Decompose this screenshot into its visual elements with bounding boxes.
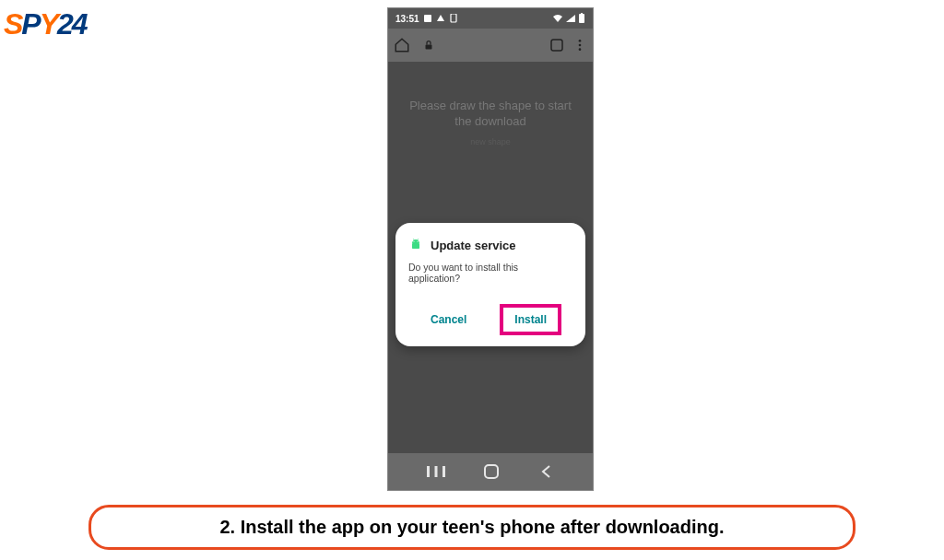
heading-line-1: Please draw the shape to start: [409, 99, 572, 114]
svg-line-13: [418, 239, 419, 239]
status-bar: 13:51: [388, 8, 593, 29]
svg-rect-3: [581, 13, 583, 14]
svg-rect-4: [426, 45, 432, 50]
address-bar[interactable]: [418, 40, 541, 51]
dialog-actions: Cancel Install: [408, 304, 572, 335]
svg-point-6: [579, 40, 582, 42]
svg-point-11: [417, 241, 418, 242]
back-button[interactable]: [538, 463, 555, 480]
cancel-button[interactable]: Cancel: [419, 308, 478, 332]
status-notification-icon: [449, 14, 458, 23]
svg-rect-17: [485, 465, 498, 478]
home-button[interactable]: [483, 463, 500, 480]
install-dialog: Update service Do you want to install th…: [395, 223, 585, 346]
wifi-icon: [552, 14, 563, 23]
logo-number: 24: [57, 7, 87, 41]
new-shape-link: new shape: [470, 137, 511, 146]
install-highlight-box: Install: [500, 304, 561, 335]
menu-icon[interactable]: [572, 38, 587, 52]
page-heading: Please draw the shape to start the downl…: [398, 99, 583, 130]
browser-bar: [388, 29, 593, 62]
svg-line-12: [413, 239, 414, 239]
svg-rect-2: [579, 14, 584, 23]
instruction-caption: 2. Install the app on your teen's phone …: [88, 505, 856, 550]
status-right: [552, 13, 585, 24]
dialog-message: Do you want to install this application?: [408, 262, 572, 284]
caption-text: 2. Install the app on your teen's phone …: [219, 517, 724, 537]
navigation-bar: [388, 453, 593, 490]
logo-letter-y: Y: [40, 7, 57, 41]
status-left: 13:51: [395, 14, 458, 24]
logo-letter-p: P: [21, 7, 39, 41]
phone-frame: 13:51 Please draw the shape to start the…: [387, 7, 594, 491]
svg-point-7: [579, 44, 582, 47]
svg-rect-1: [451, 14, 456, 22]
spy24-logo: SPY24: [4, 7, 87, 41]
heading-line-2: the download: [409, 114, 572, 130]
dialog-header: Update service: [408, 238, 572, 252]
page-content: Please draw the shape to start the downl…: [388, 62, 593, 453]
tabs-icon[interactable]: [549, 37, 565, 53]
svg-rect-9: [412, 243, 419, 249]
status-time: 13:51: [395, 14, 419, 24]
android-icon: [408, 238, 423, 252]
lock-icon: [423, 40, 434, 51]
svg-rect-15: [434, 466, 437, 477]
status-warning-icon: [436, 14, 445, 23]
svg-point-8: [579, 48, 582, 51]
battery-icon: [578, 13, 585, 24]
home-icon[interactable]: [394, 37, 410, 53]
svg-rect-14: [427, 466, 430, 477]
status-app-icon: [423, 14, 432, 23]
svg-rect-5: [551, 40, 562, 51]
recent-apps-button[interactable]: [427, 464, 445, 479]
svg-point-10: [413, 241, 414, 242]
dialog-title: Update service: [431, 239, 516, 252]
logo-letter-s: S: [4, 7, 21, 41]
svg-rect-0: [424, 15, 431, 22]
signal-icon: [565, 14, 576, 23]
install-button[interactable]: Install: [503, 308, 558, 332]
svg-rect-16: [442, 466, 445, 477]
